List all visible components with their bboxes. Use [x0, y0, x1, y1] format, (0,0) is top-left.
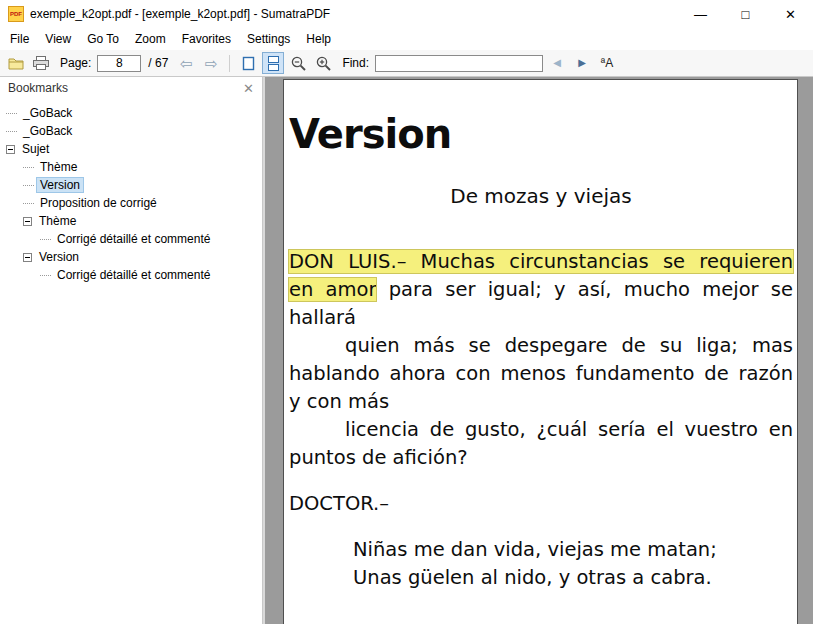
collapse-minus-icon[interactable] — [23, 253, 32, 262]
back-icon[interactable]: ⇦ — [175, 52, 197, 74]
maximize-button[interactable]: □ — [723, 0, 768, 28]
bookmark-item[interactable]: Sujet — [0, 140, 262, 158]
bookmark-label: Version — [37, 178, 83, 192]
menu-zoom[interactable]: Zoom — [127, 29, 174, 49]
text-line: hablando ahora con menos fundamento de r… — [289, 360, 793, 388]
paragraph-gap — [289, 472, 793, 490]
menu-view[interactable]: View — [37, 29, 79, 49]
window-title: exemple_k2opt.pdf - [exemple_k2opt.pdf] … — [30, 7, 330, 21]
bookmark-item[interactable]: Proposition de corrigé — [0, 194, 262, 212]
menu-help[interactable]: Help — [298, 29, 339, 49]
tree-guide — [23, 185, 34, 186]
bookmark-label: _GoBack — [20, 106, 75, 120]
collapse-minus-icon[interactable] — [23, 217, 32, 226]
window-controls: — □ ✕ — [678, 0, 813, 28]
paragraph-gap — [289, 518, 793, 536]
menu-goto[interactable]: Go To — [79, 29, 127, 49]
text-highlight: en amor — [289, 278, 376, 301]
bookmarks-close-icon[interactable]: ✕ — [243, 82, 254, 95]
collapse-minus-icon[interactable] — [6, 145, 15, 154]
close-button[interactable]: ✕ — [768, 0, 813, 28]
tree-guide — [23, 167, 34, 168]
menu-file[interactable]: File — [2, 29, 37, 49]
bookmarks-header: Bookmarks ✕ — [0, 77, 262, 99]
bookmark-item[interactable]: Corrigé détaillé et commenté — [0, 266, 262, 284]
minimize-button[interactable]: — — [678, 0, 723, 28]
menubar: File View Go To Zoom Favorites Settings … — [0, 28, 813, 50]
find-label: Find: — [342, 56, 369, 70]
tree-guide — [6, 131, 17, 132]
text-line: puntos de afición? — [289, 444, 793, 472]
bookmark-label: Version — [36, 250, 82, 264]
page-label: Page: — [60, 56, 91, 70]
pdf-page: Version De mozas y viejas DON LUIS.– Muc… — [283, 79, 798, 624]
menu-favorites[interactable]: Favorites — [174, 29, 239, 49]
bookmark-label: Proposition de corrigé — [37, 196, 160, 210]
bookmarks-title: Bookmarks — [8, 81, 68, 95]
document-heading: Version — [289, 114, 793, 154]
find-input[interactable] — [375, 55, 543, 72]
page-number-input[interactable] — [97, 55, 141, 72]
document-subtitle: De mozas y viejas — [289, 184, 793, 208]
text-line: y con más — [289, 388, 793, 416]
tree-guide — [23, 203, 34, 204]
tree-guide — [6, 113, 17, 114]
bookmarks-tree: _GoBack_GoBackSujetThèmeVersionPropositi… — [0, 99, 262, 284]
bookmark-label: _GoBack — [20, 124, 75, 138]
bookmark-label: Thème — [37, 160, 80, 174]
text-line: Niñas me dan vida, viejas me matan; — [289, 536, 793, 564]
document-view[interactable]: Version De mozas y viejas DON LUIS.– Muc… — [265, 77, 813, 624]
bookmark-label: Corrigé détaillé et commenté — [54, 232, 213, 246]
find-previous-icon[interactable]: ◀ — [546, 52, 568, 74]
toolbar: Page: / 67 ⇦ ⇨ Find: ◀ ▶ ªA — [0, 50, 813, 77]
bookmark-item[interactable]: Version — [0, 176, 262, 194]
text-line: quien más se despegare de su liga; mas — [289, 332, 793, 360]
text-line: Unas güelen al nido, y otras a cabra. — [289, 564, 793, 592]
bookmarks-sidebar: Bookmarks ✕ _GoBack_GoBackSujetThèmeVers… — [0, 77, 263, 624]
bookmark-item[interactable]: Version — [0, 248, 262, 266]
bookmark-item[interactable]: _GoBack — [0, 122, 262, 140]
find-next-icon[interactable]: ▶ — [571, 52, 593, 74]
fit-page-icon[interactable] — [237, 52, 259, 74]
forward-icon[interactable]: ⇨ — [200, 52, 222, 74]
bookmark-item[interactable]: _GoBack — [0, 104, 262, 122]
bookmark-label: Corrigé détaillé et commenté — [54, 268, 213, 282]
bookmark-item[interactable]: Thème — [0, 158, 262, 176]
text-highlight: DON LUIS.– Muchas circunstancias se requ… — [289, 250, 793, 273]
tree-guide — [40, 275, 51, 276]
print-icon[interactable] — [30, 52, 52, 74]
match-case-icon[interactable]: ªA — [596, 52, 618, 74]
text-line: DOCTOR.– — [289, 490, 793, 518]
text-line: en amor para ser igual; y así, mucho mej… — [289, 276, 793, 304]
tree-guide — [40, 239, 51, 240]
text-line: DON LUIS.– Muchas circunstancias se requ… — [289, 248, 793, 276]
zoom-out-icon[interactable] — [287, 52, 309, 74]
bookmark-label: Sujet — [19, 142, 52, 156]
toolbar-separator — [229, 55, 230, 72]
bookmark-label: Thème — [36, 214, 79, 228]
titlebar: PDF exemple_k2opt.pdf - [exemple_k2opt.p… — [0, 0, 813, 28]
text-line: licencia de gusto, ¿cuál sería el vuestr… — [289, 416, 793, 444]
text-line: hallará — [289, 304, 793, 332]
zoom-in-icon[interactable] — [312, 52, 334, 74]
main-area: Bookmarks ✕ _GoBack_GoBackSujetThèmeVers… — [0, 77, 813, 624]
bookmark-item[interactable]: Thème — [0, 212, 262, 230]
page-total: / 67 — [148, 56, 168, 70]
open-file-icon[interactable] — [5, 52, 27, 74]
bookmark-item[interactable]: Corrigé détaillé et commenté — [0, 230, 262, 248]
continuous-view-icon[interactable] — [262, 52, 284, 74]
menu-settings[interactable]: Settings — [239, 29, 298, 49]
document-body: DON LUIS.– Muchas circunstancias se requ… — [289, 248, 793, 592]
app-icon: PDF — [8, 6, 24, 22]
